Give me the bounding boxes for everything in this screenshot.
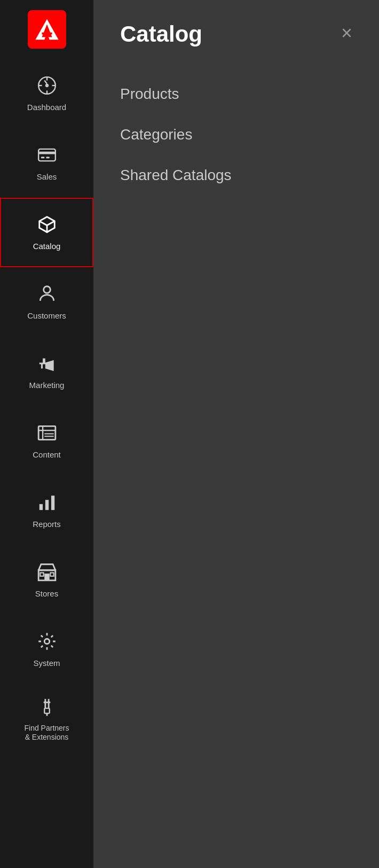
svg-rect-10 (38, 149, 56, 160)
sidebar-item-label-dashboard: Dashboard (27, 103, 66, 112)
svg-line-9 (44, 80, 47, 83)
svg-rect-16 (38, 426, 56, 439)
svg-rect-27 (40, 572, 43, 576)
sidebar-item-reports[interactable]: Reports (0, 476, 93, 545)
sidebar-item-label-extensions: Find Partners & Extensions (24, 724, 69, 742)
adobe-logo-icon (28, 10, 66, 49)
svg-rect-21 (39, 504, 42, 510)
svg-point-15 (43, 286, 50, 293)
sidebar-item-label-sales: Sales (37, 172, 57, 182)
svg-point-29 (44, 639, 50, 644)
catalog-icon (37, 214, 57, 237)
sidebar-item-marketing[interactable]: Marketing (0, 337, 93, 406)
svg-rect-25 (44, 574, 50, 580)
sidebar-item-label-marketing: Marketing (29, 381, 65, 390)
sidebar-item-label-customers: Customers (27, 311, 66, 321)
brand-logo (0, 0, 93, 59)
sidebar-item-label-catalog: Catalog (33, 242, 61, 251)
sidebar-item-label-stores: Stores (35, 589, 58, 599)
stores-icon (37, 562, 57, 585)
shared-catalogs-link[interactable]: Shared Catalogs (120, 167, 352, 184)
svg-rect-2 (42, 33, 52, 35)
menu-item-products[interactable]: Products (120, 74, 352, 114)
menu-item-shared-catalogs[interactable]: Shared Catalogs (120, 155, 352, 196)
svg-rect-28 (50, 572, 53, 576)
svg-rect-13 (46, 157, 49, 158)
sidebar-item-content[interactable]: Content (0, 406, 93, 476)
sidebar-item-extensions[interactable]: Find Partners & Extensions (0, 684, 93, 754)
close-button[interactable]: × (341, 24, 352, 43)
sidebar-item-sales[interactable]: Sales (0, 128, 93, 198)
categories-link[interactable]: Categories (120, 126, 352, 143)
extensions-icon (37, 696, 57, 719)
dashboard-icon (37, 75, 57, 98)
catalog-menu-list: Products Categories Shared Catalogs (120, 74, 352, 196)
sales-icon (37, 145, 57, 168)
svg-point-4 (45, 83, 48, 87)
sidebar-nav: Dashboard Sales (0, 59, 93, 754)
sidebar-item-label-reports: Reports (33, 520, 61, 529)
menu-item-categories[interactable]: Categories (120, 114, 352, 155)
sidebar-item-dashboard[interactable]: Dashboard (0, 59, 93, 128)
panel-header: Catalog × (120, 21, 352, 47)
content-icon (37, 423, 57, 446)
sidebar-item-catalog[interactable]: Catalog (0, 198, 93, 267)
sidebar-item-stores[interactable]: Stores (0, 545, 93, 615)
svg-rect-12 (41, 157, 44, 158)
sidebar-item-label-system: System (33, 658, 60, 668)
svg-rect-11 (38, 151, 56, 154)
sidebar-item-customers[interactable]: Customers (0, 267, 93, 337)
customers-icon (37, 284, 57, 307)
catalog-panel: Catalog × Products Categories Shared Cat… (93, 0, 379, 868)
reports-icon (37, 492, 57, 515)
products-link[interactable]: Products (120, 86, 352, 103)
system-icon (37, 631, 57, 654)
marketing-icon (37, 353, 57, 376)
panel-title: Catalog (120, 21, 202, 47)
svg-rect-22 (45, 500, 48, 510)
sidebar-item-label-content: Content (33, 450, 61, 460)
sidebar: Dashboard Sales (0, 0, 93, 868)
svg-rect-23 (51, 495, 54, 510)
sidebar-item-system[interactable]: System (0, 615, 93, 684)
svg-rect-30 (44, 708, 50, 714)
